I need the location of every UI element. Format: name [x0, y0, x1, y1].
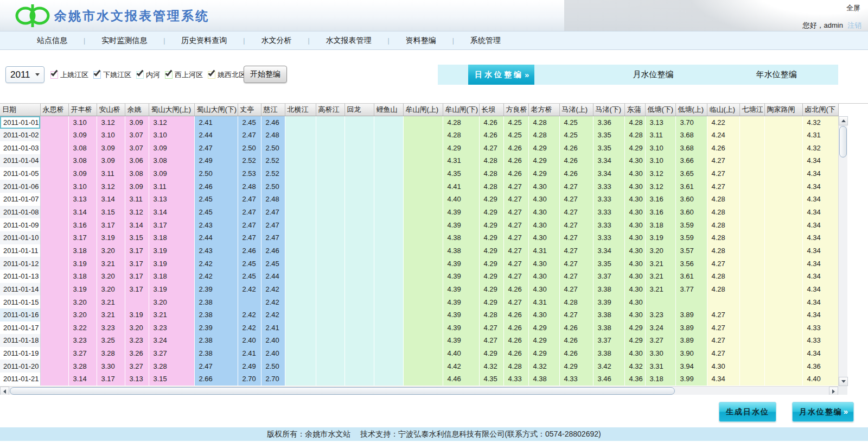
- data-cell[interactable]: 4.26: [503, 283, 528, 296]
- date-cell[interactable]: 2011-01-19: [0, 347, 40, 360]
- date-cell[interactable]: 2011-01-08: [0, 206, 40, 219]
- vertical-scrollbar-thumb[interactable]: [839, 126, 847, 157]
- data-cell[interactable]: [316, 154, 344, 167]
- data-cell[interactable]: 3.09: [125, 180, 149, 193]
- data-cell[interactable]: [739, 347, 764, 360]
- data-cell[interactable]: [739, 206, 764, 219]
- data-cell[interactable]: 4.33: [802, 334, 838, 347]
- data-cell[interactable]: 4.30: [624, 167, 645, 180]
- data-cell[interactable]: [374, 154, 403, 167]
- data-cell[interactable]: [374, 180, 403, 193]
- horizontal-scrollbar[interactable]: [0, 386, 838, 395]
- data-cell[interactable]: 4.34: [802, 283, 838, 296]
- data-cell[interactable]: 3.15: [149, 373, 194, 386]
- data-cell[interactable]: [344, 295, 374, 308]
- data-cell[interactable]: 4.39: [443, 321, 479, 335]
- data-cell[interactable]: [739, 116, 764, 129]
- data-cell[interactable]: 3.08: [68, 154, 97, 167]
- data-cell[interactable]: 4.34: [707, 373, 739, 386]
- data-cell[interactable]: [707, 295, 739, 308]
- data-cell[interactable]: [40, 180, 68, 193]
- data-cell[interactable]: [403, 141, 443, 154]
- data-cell[interactable]: 4.34: [802, 180, 838, 193]
- data-cell[interactable]: 4.29: [624, 334, 645, 347]
- data-cell[interactable]: [285, 257, 316, 270]
- data-cell[interactable]: 4.34: [802, 257, 838, 270]
- data-cell[interactable]: [764, 244, 802, 257]
- data-cell[interactable]: 4.29: [528, 141, 559, 154]
- data-cell[interactable]: 4.30: [528, 180, 559, 193]
- data-cell[interactable]: [374, 167, 403, 180]
- checkbox[interactable]: [208, 71, 215, 79]
- data-cell[interactable]: 2.50: [261, 359, 285, 373]
- data-cell[interactable]: [316, 308, 344, 321]
- data-cell[interactable]: 4.30: [528, 308, 559, 321]
- data-cell[interactable]: [739, 141, 764, 154]
- data-cell[interactable]: [374, 129, 403, 142]
- data-cell[interactable]: 4.27: [707, 347, 739, 360]
- data-cell[interactable]: 3.30: [645, 347, 675, 360]
- data-cell[interactable]: [344, 347, 374, 360]
- data-cell[interactable]: [238, 295, 261, 308]
- data-cell[interactable]: 3.12: [149, 116, 194, 129]
- data-cell[interactable]: 4.30: [528, 206, 559, 219]
- data-cell[interactable]: [374, 218, 403, 231]
- data-cell[interactable]: [344, 373, 374, 386]
- data-cell[interactable]: 4.25: [559, 129, 593, 142]
- data-cell[interactable]: 4.28: [479, 154, 503, 167]
- data-cell[interactable]: [764, 231, 802, 244]
- data-cell[interactable]: 4.32: [479, 359, 503, 373]
- data-cell[interactable]: [316, 206, 344, 219]
- data-cell[interactable]: 3.34: [593, 244, 624, 257]
- data-cell[interactable]: 3.56: [675, 257, 707, 270]
- data-cell[interactable]: 4.26: [503, 347, 528, 360]
- data-cell[interactable]: [403, 193, 443, 206]
- data-cell[interactable]: 3.09: [97, 141, 125, 154]
- data-cell[interactable]: [739, 270, 764, 283]
- data-cell[interactable]: 4.30: [624, 193, 645, 206]
- data-cell[interactable]: [40, 193, 68, 206]
- vertical-scrollbar[interactable]: [838, 116, 847, 386]
- data-cell[interactable]: 4.28: [707, 270, 739, 283]
- data-cell[interactable]: 2.49: [238, 359, 261, 373]
- data-cell[interactable]: [739, 321, 764, 335]
- data-cell[interactable]: 3.46: [593, 373, 624, 386]
- data-cell[interactable]: 4.29: [479, 270, 503, 283]
- data-cell[interactable]: 4.28: [707, 193, 739, 206]
- data-cell[interactable]: 3.33: [593, 206, 624, 219]
- region-checkbox-lower-yaojiang[interactable]: 下姚江区: [93, 70, 131, 80]
- data-cell[interactable]: [40, 295, 68, 308]
- data-cell[interactable]: 3.22: [68, 321, 97, 335]
- data-cell[interactable]: 3.33: [593, 218, 624, 231]
- data-cell[interactable]: 2.41: [194, 116, 238, 129]
- data-cell[interactable]: [40, 308, 68, 321]
- data-cell[interactable]: 3.68: [675, 129, 707, 142]
- data-cell[interactable]: [40, 270, 68, 283]
- data-cell[interactable]: 3.60: [675, 206, 707, 219]
- data-cell[interactable]: [764, 167, 802, 180]
- data-cell[interactable]: [403, 206, 443, 219]
- data-cell[interactable]: 4.27: [503, 257, 528, 270]
- data-cell[interactable]: 4.30: [624, 218, 645, 231]
- data-cell[interactable]: 4.27: [707, 257, 739, 270]
- data-cell[interactable]: 4.26: [559, 334, 593, 347]
- data-cell[interactable]: 3.89: [675, 334, 707, 347]
- data-cell[interactable]: 3.57: [675, 244, 707, 257]
- tab-daily-compile[interactable]: 日水位整编»: [468, 65, 534, 85]
- data-cell[interactable]: 4.27: [503, 180, 528, 193]
- data-cell[interactable]: 4.27: [503, 206, 528, 219]
- data-cell[interactable]: [344, 141, 374, 154]
- data-cell[interactable]: 4.29: [528, 347, 559, 360]
- data-cell[interactable]: 2.40: [261, 347, 285, 360]
- data-cell[interactable]: 4.36: [802, 359, 838, 373]
- monthly-compile-button[interactable]: 月水位整编»: [792, 402, 854, 422]
- data-cell[interactable]: 2.44: [261, 270, 285, 283]
- data-cell[interactable]: 4.28: [624, 116, 645, 129]
- data-cell[interactable]: 2.38: [194, 295, 238, 308]
- data-cell[interactable]: 3.13: [149, 193, 194, 206]
- data-cell[interactable]: 4.39: [443, 218, 479, 231]
- data-cell[interactable]: [285, 141, 316, 154]
- data-cell[interactable]: 4.26: [559, 347, 593, 360]
- data-cell[interactable]: 4.34: [802, 206, 838, 219]
- data-cell[interactable]: [344, 167, 374, 180]
